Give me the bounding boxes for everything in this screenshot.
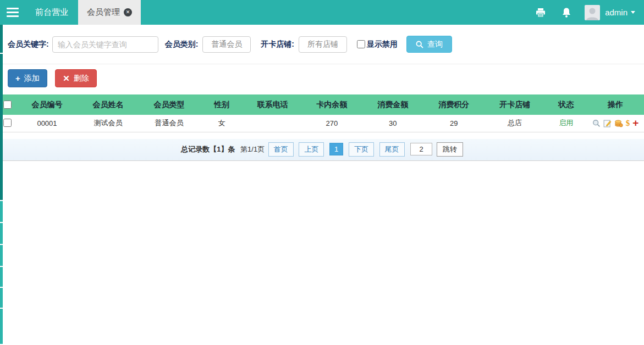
col-actions: 操作 bbox=[587, 94, 644, 115]
col-balance: 卡内余额 bbox=[301, 94, 362, 115]
cell-phone bbox=[244, 115, 301, 132]
search-icon bbox=[416, 41, 423, 48]
tab-front-business[interactable]: 前台营业 bbox=[25, 0, 78, 25]
show-disabled-label: 显示禁用 bbox=[367, 40, 398, 49]
keyword-label: 会员关键字: bbox=[8, 40, 49, 49]
recharge-button[interactable] bbox=[614, 119, 623, 127]
cell-gender: 女 bbox=[200, 115, 244, 132]
collapsed-sidebar-strip bbox=[0, 25, 3, 345]
topbar-spacer bbox=[141, 0, 527, 25]
menu-hamburger-icon[interactable] bbox=[0, 0, 25, 25]
tab-label: 前台营业 bbox=[35, 7, 68, 18]
filter-bar: 会员关键字: 会员类别: 普通会员 开卡店铺: 所有店铺 显示禁用 查询 bbox=[0, 25, 644, 64]
plus-icon: + bbox=[15, 74, 20, 82]
card-shop-select[interactable]: 所有店铺 bbox=[299, 36, 347, 53]
col-phone: 联系电话 bbox=[244, 94, 301, 115]
sidebar-strip-segment bbox=[0, 223, 3, 244]
tab-label: 会员管理 bbox=[87, 7, 120, 18]
chevron-down-icon bbox=[631, 11, 635, 14]
sidebar-strip-segment bbox=[0, 245, 3, 266]
search-button[interactable]: 查询 bbox=[406, 36, 452, 53]
next-page-button[interactable]: 下页 bbox=[349, 142, 374, 157]
magnifier-icon bbox=[592, 119, 601, 127]
col-spent: 消费金额 bbox=[362, 94, 423, 115]
member-table: 会员编号 会员姓名 会员类型 性别 联系电话 卡内余额 消费金额 消费积分 开卡… bbox=[0, 94, 644, 132]
add-member-button[interactable]: + 添加 bbox=[8, 69, 47, 87]
jump-button[interactable]: 跳转 bbox=[437, 142, 463, 157]
cross-icon: ✕ bbox=[63, 74, 70, 82]
row-actions: $ + bbox=[587, 119, 644, 128]
status-badge: 启用 bbox=[546, 115, 587, 132]
col-member-type: 会员类型 bbox=[139, 94, 200, 115]
card-shop-label: 开卡店铺: bbox=[261, 40, 294, 49]
jump-page-input[interactable] bbox=[410, 143, 432, 155]
sidebar-strip-segment bbox=[0, 309, 3, 344]
keyword-input[interactable] bbox=[52, 36, 158, 53]
table-toolbar: + 添加 ✕ 删除 bbox=[0, 64, 644, 94]
sidebar-strip-segment bbox=[0, 267, 3, 287]
member-type-label: 会员类别: bbox=[165, 40, 199, 49]
sidebar-strip-segment bbox=[0, 288, 3, 308]
user-menu[interactable]: admin bbox=[579, 0, 644, 25]
add-points-button[interactable]: + bbox=[632, 119, 639, 127]
username-label: admin bbox=[605, 8, 628, 17]
cell-spent: 30 bbox=[362, 115, 423, 132]
page-indicator-label: 第1/1页 bbox=[240, 145, 265, 153]
user-silhouette-icon bbox=[585, 6, 600, 20]
notifications-button[interactable] bbox=[554, 0, 579, 25]
cell-member-no: 00001 bbox=[16, 115, 78, 132]
close-tab-icon[interactable]: ✕ bbox=[124, 8, 132, 16]
prev-page-button[interactable]: 上页 bbox=[299, 142, 324, 157]
delete-button-label: 删除 bbox=[74, 74, 89, 84]
table-header-row: 会员编号 会员姓名 会员类型 性别 联系电话 卡内余额 消费金额 消费积分 开卡… bbox=[0, 94, 644, 115]
col-member-name: 会员姓名 bbox=[78, 94, 139, 115]
sidebar-strip-segment bbox=[0, 201, 3, 222]
table-row: 00001 测试会员 普通会员 女 270 30 29 总店 启用 bbox=[0, 115, 644, 132]
tab-member-management[interactable]: 会员管理 ✕ bbox=[78, 0, 141, 25]
sidebar-strip-segment bbox=[0, 25, 3, 53]
current-page-button[interactable]: 1 bbox=[329, 143, 343, 155]
bell-icon bbox=[562, 7, 571, 18]
select-all-checkbox[interactable] bbox=[3, 101, 12, 109]
member-type-select[interactable]: 普通会员 bbox=[202, 36, 251, 53]
col-status: 状态 bbox=[546, 94, 587, 115]
col-points: 消费积分 bbox=[423, 94, 485, 115]
pagination-bar: 总记录数【1】条 第1/1页 首页 上页 1 下页 尾页 跳转 bbox=[0, 139, 644, 161]
printer-icon bbox=[535, 7, 546, 18]
row-select-checkbox[interactable] bbox=[3, 119, 12, 127]
col-shop: 开卡店铺 bbox=[485, 94, 546, 115]
edit-member-button[interactable] bbox=[603, 119, 612, 127]
cell-points: 29 bbox=[423, 115, 485, 132]
sidebar-strip-segment bbox=[0, 54, 3, 200]
cell-member-name: 测试会员 bbox=[78, 115, 139, 132]
search-button-label: 查询 bbox=[427, 40, 443, 49]
view-member-button[interactable] bbox=[592, 119, 601, 127]
col-gender: 性别 bbox=[200, 94, 244, 115]
print-button[interactable] bbox=[527, 0, 554, 25]
cell-shop: 总店 bbox=[485, 115, 546, 132]
col-member-no: 会员编号 bbox=[16, 94, 78, 115]
cell-member-type: 普通会员 bbox=[139, 115, 200, 132]
avatar bbox=[585, 5, 600, 20]
cell-balance: 270 bbox=[301, 115, 362, 132]
first-page-button[interactable]: 首页 bbox=[268, 142, 294, 157]
consume-money-button[interactable]: $ bbox=[626, 119, 630, 128]
delete-member-button[interactable]: ✕ 删除 bbox=[55, 69, 97, 87]
coins-icon bbox=[614, 119, 623, 127]
records-total-label: 总记录数【1】条 bbox=[181, 145, 235, 153]
show-disabled-checkbox[interactable] bbox=[357, 40, 365, 48]
edit-icon bbox=[603, 119, 612, 127]
last-page-button[interactable]: 尾页 bbox=[379, 142, 405, 157]
top-navbar: 前台营业 会员管理 ✕ admin bbox=[0, 0, 644, 25]
add-button-label: 添加 bbox=[24, 74, 40, 84]
